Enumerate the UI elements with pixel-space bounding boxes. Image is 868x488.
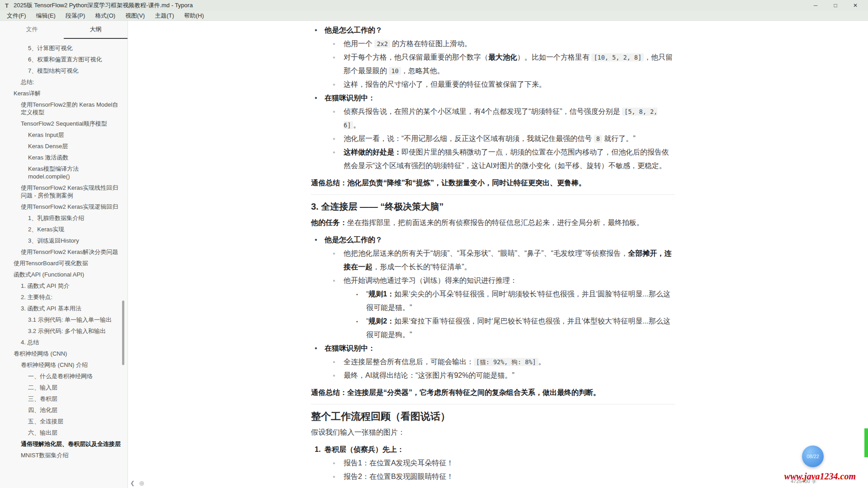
bullet-icon: ◦ xyxy=(333,369,335,382)
divider xyxy=(311,194,675,195)
inline-code: [5, 8, 2, 6] xyxy=(344,108,657,129)
sidebar: 文件大纲 5、计算图可视化6、权重和偏置直方图可视化7、模型结构可视化总结:Ke… xyxy=(0,21,128,488)
list-item-text: “规则1：如果‘尖尖的小耳朵’特征很强，同时‘胡须较长’特征也很强，并且‘圆脸’… xyxy=(366,290,670,311)
outline-item[interactable]: 3、训练返回History xyxy=(0,237,124,244)
list-item-text: 池化层一看，说：“不用记那么细，反正这个区域有胡须，我就记住最强的信号 8 就行… xyxy=(344,135,636,142)
minimize-button[interactable]: ─ xyxy=(806,0,826,11)
list-item-text: 报告2：在位置B发现圆眼睛特征！ xyxy=(344,473,454,480)
menu-item[interactable]: 帮助(H) xyxy=(179,11,209,21)
outline-item[interactable]: 三、卷积层 xyxy=(0,395,124,403)
menu-item[interactable]: 主题(T) xyxy=(150,11,179,21)
inline-code: [10, 5, 2, 8] xyxy=(591,53,644,61)
inline-code: 2x2 xyxy=(374,40,390,48)
menu-item[interactable]: 格式(O) xyxy=(90,11,120,21)
editor-area[interactable]: •他是怎么工作的？◦他用一个 2x2 的方格在特征图上滑动。◦对于每个方格，他只… xyxy=(128,21,868,488)
outline-item[interactable]: 3.1 示例代码: 单一输入单一输出 xyxy=(0,316,124,324)
outline-item[interactable]: 7、模型结构可视化 xyxy=(0,67,124,75)
outline-item[interactable]: 3.2 示例代码: 多个输入和输出 xyxy=(0,327,124,335)
bullet-icon: ◦ xyxy=(333,247,335,260)
outline-item[interactable]: Keras Input层 xyxy=(0,131,124,139)
window-title: 2025版 TensorFlow2 Python深度学习框架视频教程-课件.md… xyxy=(14,1,193,9)
outline-item[interactable]: 2. 主要特点: xyxy=(0,293,124,301)
maximize-button[interactable]: □ xyxy=(826,0,845,11)
outline-item[interactable]: Keras 激活函数 xyxy=(0,154,124,161)
menu-bar: 文件(F)编辑(E)段落(P)格式(O)视图(V)主题(T)帮助(H) xyxy=(0,11,868,21)
sidebar-tab-outline[interactable]: 大纲 xyxy=(64,21,127,39)
inline-code: 10 xyxy=(389,67,401,75)
outline-toggle-icon[interactable]: ◎ xyxy=(139,480,144,486)
outline-item[interactable]: 1. 函数式 API 简介 xyxy=(0,282,124,290)
outline-item[interactable]: 使用TensorFlow2 Keras实现逻辑回归 xyxy=(0,203,124,211)
outline-item[interactable]: Keras详解 xyxy=(0,89,124,97)
outline-item[interactable]: 3. 函数式 API 基本用法 xyxy=(0,305,124,312)
menu-item[interactable]: 视图(V) xyxy=(120,11,150,21)
outline-item[interactable]: TensorFlow2 Sequential顺序模型 xyxy=(0,120,124,127)
outline-item[interactable]: 4. 总结 xyxy=(0,338,124,346)
markdown-document: •他是怎么工作的？◦他用一个 2x2 的方格在特征图上滑动。◦对于每个方格，他只… xyxy=(311,21,675,483)
outline-item[interactable]: 使用TensorBoard可视化数据 xyxy=(0,259,124,267)
outline-item[interactable]: 卷积神经网络 (CNN) xyxy=(0,350,124,357)
outline-item[interactable]: 使用TensorFlow2里的 Keras Model自定义模型 xyxy=(0,101,124,116)
window-controls: ─ □ ✕ xyxy=(806,0,865,11)
list-number: 1. xyxy=(315,443,321,456)
outline-item[interactable]: 使用TensorFlow2 Keras解决分类问题 xyxy=(0,248,124,256)
outline-item[interactable]: 5、计算图可视化 xyxy=(0,44,124,52)
paragraph: 通俗总结：池化层负责“降维”和“提炼”，让数据量变小，同时让特征更突出、更鲁棒。 xyxy=(311,176,675,190)
list-item-text: 他用一个 2x2 的方格在特征图上滑动。 xyxy=(344,40,472,47)
menu-item[interactable]: 段落(P) xyxy=(61,11,90,21)
outline-item[interactable]: 2、Keras实现 xyxy=(0,225,124,233)
sidebar-tab-files[interactable]: 文件 xyxy=(0,21,64,39)
inline-code: [猫: 92%, 狗: 8%] xyxy=(474,358,538,366)
sidebar-collapse-icon[interactable]: ❮ xyxy=(130,480,135,486)
outline-item[interactable]: 一、什么是卷积神经网络 xyxy=(0,372,124,380)
outline-panel: 5、计算图可视化6、权重和偏置直方图可视化7、模型结构可视化总结:Keras详解… xyxy=(0,39,124,488)
outline-item[interactable]: 函数式API (Functional API) xyxy=(0,271,124,278)
outline-item[interactable]: 六、输出层 xyxy=(0,429,124,436)
divider xyxy=(311,404,675,404)
outline-item[interactable]: 1、乳腺癌数据集介绍 xyxy=(0,214,124,222)
outline-item[interactable]: 使用TensorFlow2 Keras实现线性回归问题 - 房价预测案例 xyxy=(0,184,124,199)
list-item: ◦他把池化层送来的所有关于“胡须”、“耳朵形状”、“眼睛”、“鼻子”、“毛发纹理… xyxy=(311,247,675,274)
bullet-icon: ◦ xyxy=(333,456,335,470)
outline-item[interactable]: 总结: xyxy=(0,78,124,86)
paragraph: 假设我们输入一张猫的图片： xyxy=(311,426,675,439)
list-item: ◦报告1：在位置A发现尖耳朵特征！ xyxy=(311,456,675,470)
bullet-icon: ◦ xyxy=(333,105,335,118)
list-item-text: 他是怎么工作的？ xyxy=(325,26,382,34)
ordered-list-item: 1.卷积层（侦察兵）先上： xyxy=(311,443,675,456)
outline-item[interactable]: 通俗理解池化层、卷积层以及全连接层 xyxy=(0,440,124,448)
list-item: ◦这样，报告的尺寸缩小了，但最重要的特征位置被保留了下来。 xyxy=(311,78,675,91)
outline-item[interactable]: MNIST数据集介绍 xyxy=(0,451,124,459)
sidebar-footer: ❮ ◎ xyxy=(130,480,144,486)
outline-item[interactable]: 6、权重和偏置直方图可视化 xyxy=(0,56,124,63)
outline-item[interactable]: 二、输入层 xyxy=(0,384,124,391)
outline-item[interactable]: 五、全连接层 xyxy=(0,418,124,425)
outline-item[interactable]: Keras模型编译方法 model.compile() xyxy=(0,165,124,180)
floating-assistant-button[interactable]: 08/22 xyxy=(802,446,824,467)
list-item-text: 侦察兵报告说，在照片的某个小区域里，有4个点都发现了“胡须特征”，信号强度分别是… xyxy=(344,108,657,129)
list-item-text: 他把池化层送来的所有关于“胡须”、“耳朵形状”、“眼睛”、“鼻子”、“毛发纹理”… xyxy=(344,249,671,271)
list-item: ◦他用一个 2x2 的方格在特征图上滑动。 xyxy=(311,37,675,51)
close-button[interactable]: ✕ xyxy=(845,0,865,11)
bullet-icon: ▪ xyxy=(356,315,358,328)
outline-item[interactable]: Keras Dense层 xyxy=(0,142,124,150)
inline-code: 8 xyxy=(594,135,602,143)
bullet-icon: ▪ xyxy=(356,288,358,301)
sidebar-tabs: 文件大纲 xyxy=(0,21,127,39)
sidebar-scrollbar-thumb[interactable] xyxy=(122,300,124,365)
bullet-icon: • xyxy=(315,233,317,247)
list-item-text: 最终，AI就得出结论：“这张图片有92%的可能是猫。” xyxy=(344,371,514,379)
bullet-icon: • xyxy=(315,23,317,37)
bullet-icon: • xyxy=(315,342,317,355)
menu-item[interactable]: 文件(F) xyxy=(2,11,31,21)
outline-item[interactable]: 卷积神经网络 (CNN) 介绍 xyxy=(0,361,124,369)
menu-item[interactable]: 编辑(E) xyxy=(31,11,61,21)
bullet-icon: ◦ xyxy=(333,274,335,287)
paragraph: 通俗总结：全连接层是“分类器”，它考虑所有特征之间的复杂组合关系，做出最终的判断… xyxy=(311,386,675,399)
outline-item[interactable]: 四、池化层 xyxy=(0,406,124,414)
list-item-text: 卷积层（侦察兵）先上： xyxy=(325,446,404,453)
typora-logo-icon: T xyxy=(3,2,11,9)
counter-text: 4725400 字 xyxy=(791,478,816,485)
list-item: ◦他开始调动他通过学习（训练）得来的知识进行推理： xyxy=(311,274,675,287)
list-item-text: 对于每个方格，他只保留最重要的那个数字（最大池化）。比如一个方格里有 [10, … xyxy=(344,53,673,75)
